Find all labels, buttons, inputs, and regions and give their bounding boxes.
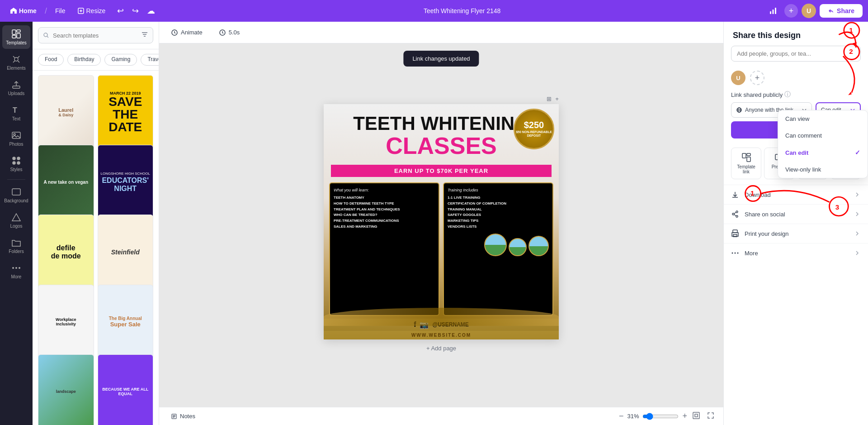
learn-item-3: TREATMENT PLAN AND TECHNIQUES [334,207,435,213]
svg-rect-26 [693,412,699,419]
home-label: Home [19,7,37,14]
search-input[interactable] [53,32,137,39]
resize-button[interactable]: Resize [73,5,110,17]
template-thumb-2[interactable]: MARCH 22 2019 SAVETHEDATE [98,75,154,150]
notes-button[interactable]: Notes [166,410,200,422]
user-avatar[interactable]: U [802,4,816,18]
sidebar-item-more[interactable]: More [2,259,30,283]
filter-icon[interactable] [141,31,148,40]
tag-travel[interactable]: Travel [141,54,159,66]
sidebar-item-background[interactable]: Background [2,183,30,207]
svg-rect-41 [733,234,737,237]
template-thumb-5[interactable]: defilede mode [38,215,94,289]
fullscreen-button[interactable] [705,410,716,422]
svg-point-15 [13,162,15,164]
svg-rect-40 [733,230,737,233]
share-social-icon [731,210,739,218]
analytics-button[interactable] [765,4,781,18]
template-thumb-4[interactable]: LONGSHORE HIGH SCHOOL EDUCATORS'NIGHT [98,145,154,220]
duration-label: 5.0s [229,29,240,36]
template-link-button[interactable]: Template link [731,148,761,179]
zoom-out-button[interactable]: − [619,411,624,421]
share-add-input[interactable] [731,46,861,62]
svg-rect-2 [773,10,774,14]
redo-button[interactable]: ↪ [128,3,142,19]
file-button[interactable]: File [51,5,70,17]
sidebar-item-templates-label: Templates [6,40,27,45]
link-updated-toast: Link changes updated [403,51,479,67]
download-icon [731,191,739,199]
duplicate-page-button[interactable]: ⊞ [547,96,552,102]
learn-item-1: TEETH ANATOMY [334,195,435,201]
share-social-action-left: Share on social [731,210,785,218]
sidebar-item-text[interactable]: T Text [2,101,30,125]
can-view-option[interactable]: Can view [778,110,868,127]
flyer-content: $250 $50 NON-REFUNDABLE DEPOSIT TEETH WH… [324,104,559,339]
canvas-notes: Notes [166,410,200,422]
sidebar-item-templates[interactable]: Templates [2,25,30,49]
tag-gaming[interactable]: Gaming [104,54,137,66]
add-page-bar[interactable]: + Add page [324,339,559,357]
share-link-label: Link shared publicly ⓘ [731,91,861,99]
duration-button[interactable]: 5.0s [214,26,245,39]
download-action[interactable]: Download [724,185,868,204]
share-user-avatar: U [731,71,745,85]
fit-page-button[interactable] [691,410,702,422]
print-action[interactable]: Print your design [724,224,868,243]
template-thumb-6[interactable]: Steinfield [98,215,154,289]
sidebar-item-logos[interactable]: Logos [2,209,30,232]
training-item-6: VENDORS LISTS [448,224,549,230]
template-thumb-8[interactable]: The Big Annual Super Sale [98,285,154,359]
check-icon: ✓ [855,149,860,156]
add-page-button[interactable]: + [555,96,559,102]
more-label: More [745,250,758,257]
add-collaborator-button[interactable]: + [784,4,798,18]
cloud-save-button[interactable]: ☁ [143,3,159,19]
globe-icon [736,107,742,113]
chevron-right-social [854,210,861,218]
sidebar-item-uploads[interactable]: Uploads [2,76,30,100]
tag-birthday[interactable]: Birthday [67,54,101,66]
sidebar-item-styles[interactable]: Styles [2,152,30,176]
share-button[interactable]: Share [820,4,863,18]
canvas-main: Link changes updated ⊞ + $250 $50 NON-RE… [159,43,723,407]
more-action[interactable]: More [724,243,868,263]
tag-food[interactable]: Food [38,54,64,66]
template-thumb-7[interactable]: WorkplaceInclusivity [38,285,94,359]
view-only-link-option[interactable]: View-only link [778,161,868,178]
can-comment-option[interactable]: Can comment [778,127,868,144]
sidebar-item-elements[interactable]: Elements [2,51,30,74]
animate-button[interactable]: Animate [166,26,207,39]
learn-item-5: PRE-TREATMENT COMMUNICATIONS [334,218,435,224]
svg-point-44 [737,253,739,254]
share-social-action[interactable]: Share on social [724,204,868,224]
template-thumb-10[interactable]: BECAUSE WE ARE ALL EQUAL [98,354,154,425]
svg-point-43 [735,253,736,254]
left-sidebar: Templates Elements Uploads T Text Photos… [0,22,33,425]
can-edit-option[interactable]: Can edit ✓ [778,144,868,161]
svg-rect-3 [775,8,776,14]
svg-text:T: T [13,106,17,114]
zoom-level: 31% [627,413,639,420]
sidebar-item-more-label: More [11,274,22,279]
learn-box-title: What you will learn: [334,187,435,193]
zoom-controls: − 31% + [619,410,716,422]
zoom-slider[interactable] [642,413,679,420]
templates-grid: Laurel & Daisy MARCH 22 2019 SAVETHEDATE… [33,71,159,425]
home-button[interactable]: Home [5,5,41,17]
templates-panel: Food Birthday Gaming Travel Lo… Laurel &… [33,22,159,425]
sidebar-item-folders[interactable]: Folders [2,234,30,258]
add-person-button[interactable]: + [750,71,764,85]
price-amount: $250 [524,120,544,130]
undo-redo-group: ↩ ↪ ☁ [113,3,159,19]
training-item-4: SAFETY GOGGLES [448,212,549,218]
svg-rect-7 [12,35,16,38]
resize-label: Resize [86,7,105,14]
template-thumb-9[interactable]: landscape [38,354,94,425]
template-thumb-1[interactable]: Laurel & Daisy [38,75,94,150]
sidebar-item-photos[interactable]: Photos [2,127,30,150]
undo-button[interactable]: ↩ [113,3,127,19]
sidebar-item-uploads-label: Uploads [8,91,25,96]
zoom-in-button[interactable]: + [682,411,687,421]
template-thumb-3[interactable]: A new take on vegan [38,145,94,220]
